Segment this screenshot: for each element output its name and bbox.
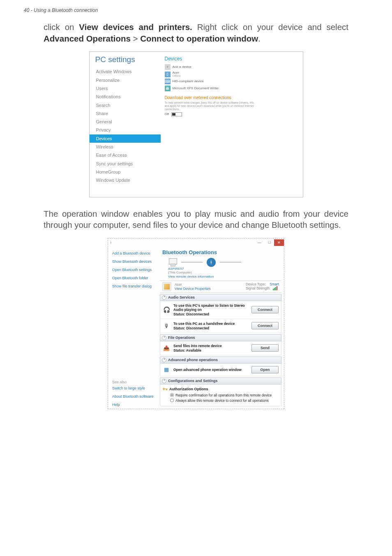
radio-selected-icon	[170, 393, 174, 397]
sidebar-item-general[interactable]: General	[95, 118, 161, 126]
send-button[interactable]: Send	[251, 344, 279, 352]
connect-button-handsfree[interactable]: Connect	[251, 322, 279, 329]
radio-unselected-icon	[170, 398, 174, 402]
plus-icon: +	[165, 64, 171, 70]
section-config-label: Configurations and Settings	[168, 379, 218, 383]
stereo-desc: To use this PC's speaker to listen to St…	[173, 303, 245, 312]
sidebar-item-search[interactable]: Search	[95, 101, 161, 109]
device-icon	[162, 282, 171, 291]
signal-bars-icon	[272, 286, 277, 291]
bluetooth-badge-icon: ᚼ	[207, 258, 216, 267]
toggle-label: Off	[165, 112, 169, 116]
window-titlebar: ᚼ — ☐ ✕	[108, 239, 284, 247]
side-help[interactable]: Help	[112, 401, 159, 409]
auth-option-always-label: Always allow this remote device to conne…	[175, 398, 269, 403]
view-devices-strong: View devices and printers.	[79, 22, 192, 32]
device-acer-status: Offline	[173, 74, 181, 77]
add-device-row[interactable]: + Add a device	[165, 64, 297, 70]
minimize-button[interactable]: —	[254, 239, 264, 246]
phone-window-icon: ▦	[163, 366, 170, 373]
side-show-bt-devices[interactable]: Show Bluetooth devices	[112, 257, 159, 266]
bt-operations-title: Bluetooth Operations	[162, 249, 281, 255]
keyboard-icon: ⌨	[165, 79, 171, 84]
open-button[interactable]: Open	[251, 366, 279, 373]
auth-option-always[interactable]: Always allow this remote device to conne…	[170, 398, 279, 403]
stereo-status: Status: Disconnected	[173, 312, 248, 316]
sidebar-item-ease-of-access[interactable]: Ease of Access	[95, 151, 161, 159]
side-about-bt-software[interactable]: About Bluetooth software	[112, 392, 159, 401]
sidebar-item-share[interactable]: Share	[95, 109, 161, 118]
pc-icon	[168, 258, 177, 266]
intro-text-mid: Right click on your device and select	[192, 22, 348, 32]
maximize-button[interactable]: ☐	[264, 239, 274, 246]
toggle-switch[interactable]	[171, 112, 182, 116]
signal-strength-label: Signal Strength:	[246, 286, 270, 290]
sidebar-item-homegroup[interactable]: HomeGroup	[95, 168, 161, 176]
diagram-labels: ASPIRE57 (This Computer) View remote dev…	[168, 267, 281, 279]
sidebar-item-sync[interactable]: Sync your settings	[95, 160, 161, 168]
side-open-bt-folder[interactable]: Open Bluetooth folder	[112, 274, 159, 282]
connect-op-strong: Connect to operation window	[140, 34, 258, 43]
advphone-text: Open advanced phone operation window	[173, 368, 248, 372]
devices-heading: Devices	[165, 56, 297, 62]
side-switch-large-style[interactable]: Switch to large style	[112, 384, 159, 392]
side-show-file-transfer[interactable]: Show file transfer dialog	[112, 282, 159, 290]
auth-option-require-label: Require confirmation for all operations …	[175, 393, 272, 397]
send-file-icon: 📤	[163, 344, 170, 352]
device-acer-name: Acer	[173, 71, 179, 74]
service-send-files: 📤 Send files into remote device Status: …	[160, 341, 281, 355]
side-open-bt-settings[interactable]: Open Bluetooth settings	[112, 266, 159, 274]
sidebar-item-privacy[interactable]: Privacy	[95, 126, 161, 134]
sendfiles-status: Status: Available	[173, 348, 248, 352]
connection-line-right	[220, 262, 241, 262]
device-summary-text: Acer View Device Properties	[175, 283, 242, 291]
window-buttons: — ☐ ✕	[254, 239, 284, 246]
view-remote-info-link[interactable]: View remote device information	[168, 275, 214, 278]
section-file-operations[interactable]: ˄ File Operations	[160, 334, 281, 341]
download-metered-heading: Download over metered connections	[165, 95, 297, 100]
device-hid-text: HID-compliant device	[173, 80, 204, 83]
side-see-also: See also	[112, 376, 159, 384]
section-audio-label: Audio Services	[168, 295, 195, 299]
close-button[interactable]: ✕	[274, 239, 284, 246]
download-metered-desc: To help prevent extra charges, keep this…	[165, 101, 259, 111]
sidebar-item-users[interactable]: Users	[95, 84, 161, 93]
service-advanced-phone: ▦ Open advanced phone operation window O…	[160, 364, 281, 376]
device-summary: Acer View Device Properties Device Type:…	[160, 280, 281, 293]
view-device-properties-link[interactable]: View Device Properties	[175, 287, 211, 291]
side-add-bt-device[interactable]: Add a Bluetooth device	[112, 249, 159, 257]
auth-option-require[interactable]: Require confirmation for all operations …	[170, 393, 279, 397]
device-row-acer[interactable]: ▯ Acer Offline	[165, 71, 297, 77]
device-summary-right: Device Type: Smart Signal Strength:	[246, 282, 279, 291]
bluetooth-operations-screenshot: ᚼ — ☐ ✕ Add a Bluetooth device Show Blue…	[108, 238, 284, 409]
handsfree-status: Status: Disconnected	[173, 326, 248, 330]
service-stereo-audio: 🎧 To use this PC's speaker to listen to …	[160, 301, 281, 319]
connection-diagram: ᚼ	[168, 258, 281, 267]
sidebar-item-windows-update[interactable]: Windows Update	[95, 176, 161, 184]
sidebar-item-devices[interactable]: Devices	[90, 134, 161, 143]
authorization-label: Authorization Options	[169, 387, 208, 391]
bluetooth-icon: ᚼ	[110, 241, 112, 245]
bt-content: Bluetooth Operations ᚼ ASPIRE57 (This Co…	[159, 247, 284, 409]
device-row-hid[interactable]: ⌨ HID-compliant device	[165, 79, 297, 84]
pc-settings-screenshot: PC settings Activate Windows Personalize…	[89, 51, 303, 197]
section-configurations[interactable]: ˄ Configurations and Settings	[160, 378, 281, 385]
pc-role: (This Computer)	[168, 271, 192, 274]
sidebar-item-personalize[interactable]: Personalize	[95, 76, 161, 84]
add-device-label: Add a device	[173, 65, 191, 69]
key-icon: 🗝	[163, 386, 168, 392]
device-name: Acer	[175, 283, 182, 287]
chevron-up-icon: ˄	[162, 358, 166, 362]
sidebar-item-notifications[interactable]: Notifications	[95, 93, 161, 101]
section-audio-services[interactable]: ˄ Audio Services	[160, 294, 281, 301]
pc-settings-content: Devices + Add a device ▯ Acer Offline ⌨ …	[161, 52, 303, 184]
connect-button-stereo[interactable]: Connect	[251, 306, 279, 313]
section-advanced-phone[interactable]: ˄ Advanced phone operations	[160, 357, 281, 364]
page-header: 40 - Using a Bluetooth connection	[24, 7, 368, 13]
intro-gt: >	[131, 34, 140, 43]
headphones-icon: 🎧	[163, 306, 170, 313]
sidebar-item-wireless[interactable]: Wireless	[95, 143, 161, 151]
section-file-label: File Operations	[168, 336, 195, 340]
device-row-xps[interactable]: 🖶 Microsoft XPS Document Writer	[165, 86, 297, 91]
sidebar-item-activate-windows[interactable]: Activate Windows	[95, 67, 161, 76]
